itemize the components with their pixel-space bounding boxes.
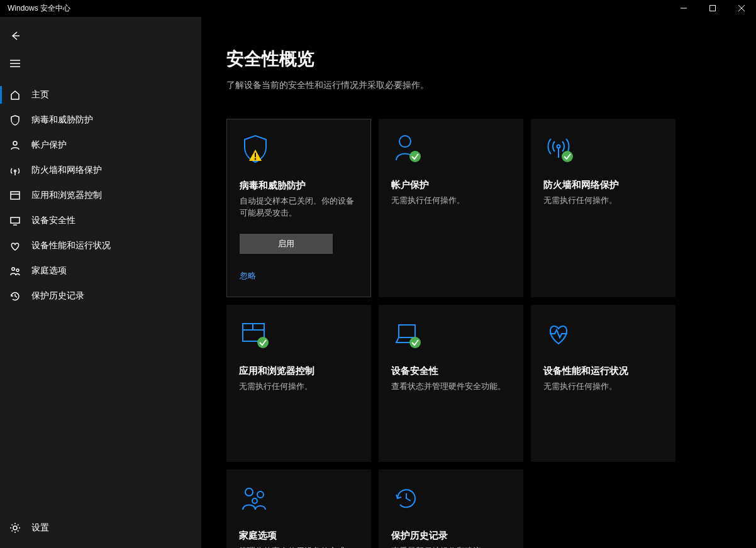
sidebar-item-appctrl[interactable]: 应用和浏览器控制 xyxy=(0,183,201,208)
shield-icon xyxy=(9,114,21,126)
minimize-icon xyxy=(681,5,687,11)
sidebar-item-label: 应用和浏览器控制 xyxy=(31,190,102,201)
card-title: 设备安全性 xyxy=(391,365,511,377)
svg-point-17 xyxy=(13,526,17,530)
card-title: 病毒和威胁防护 xyxy=(240,180,358,192)
sidebar-item-label: 家庭选项 xyxy=(31,265,67,277)
close-icon xyxy=(738,5,745,11)
sidebar-item-account[interactable]: 帐户保护 xyxy=(0,133,201,158)
svg-point-30 xyxy=(409,337,421,348)
sidebar-item-virus[interactable]: 病毒和威胁防护 xyxy=(0,107,201,133)
minimize-button[interactable] xyxy=(669,0,698,17)
card-appctrl[interactable]: 应用和浏览器控制 无需执行任何操作。 xyxy=(226,305,371,462)
maximize-icon xyxy=(709,5,716,11)
page-subtitle: 了解设备当前的安全性和运行情况并采取必要操作。 xyxy=(226,80,731,91)
card-desc: 无需执行任何操作。 xyxy=(391,195,511,207)
sidebar-item-home[interactable]: 主页 xyxy=(0,82,201,107)
menu-button[interactable] xyxy=(0,50,30,77)
home-icon xyxy=(9,89,21,101)
sidebar-item-label: 设置 xyxy=(31,522,49,534)
card-title: 应用和浏览器控制 xyxy=(239,365,359,377)
svg-rect-11 xyxy=(11,192,19,199)
card-family[interactable]: 家庭选项 管理你的家人使用设备的方式。 xyxy=(226,469,371,548)
card-desc: 无需执行任何操作。 xyxy=(543,381,663,393)
svg-point-25 xyxy=(562,151,573,162)
family-icon xyxy=(9,265,21,277)
history-icon xyxy=(391,483,511,520)
heart-pulse-icon xyxy=(543,319,663,355)
sidebar-item-label: 设备安全性 xyxy=(31,215,75,226)
browser-ok-icon xyxy=(239,319,359,355)
svg-point-32 xyxy=(257,491,264,498)
card-firewall[interactable]: 防火墙和网络保护 无需执行任何操作。 xyxy=(531,119,675,298)
sidebar-item-label: 帐户保护 xyxy=(31,140,67,151)
card-virus[interactable]: 病毒和威胁防护 自动提交样本已关闭。你的设备可能易受攻击。 启用 忽略 xyxy=(226,119,371,298)
svg-point-33 xyxy=(252,498,257,503)
person-icon xyxy=(9,139,21,151)
back-button[interactable] xyxy=(0,22,30,50)
sidebar-item-label: 主页 xyxy=(31,89,49,101)
sidebar-item-label: 保护历史记录 xyxy=(31,290,84,302)
svg-point-20 xyxy=(255,158,257,160)
signal-ok-icon xyxy=(543,133,663,169)
sidebar-item-settings[interactable]: 设置 xyxy=(0,515,201,540)
svg-point-22 xyxy=(409,151,421,162)
page-title: 安全性概览 xyxy=(226,47,731,71)
person-ok-icon xyxy=(391,133,511,169)
sidebar-item-health[interactable]: 设备性能和运行状况 xyxy=(0,233,201,258)
main-content: 安全性概览 了解设备当前的安全性和运行情况并采取必要操作。 病毒和威胁防护 自 xyxy=(201,17,756,548)
card-title: 家庭选项 xyxy=(239,530,359,542)
maximize-button[interactable] xyxy=(698,0,727,17)
card-health[interactable]: 设备性能和运行状况 无需执行任何操作。 xyxy=(531,305,675,462)
heart-icon xyxy=(9,239,21,252)
svg-point-8 xyxy=(13,141,17,145)
close-button[interactable] xyxy=(727,0,756,17)
card-desc: 无需执行任何操作。 xyxy=(543,195,663,207)
sidebar-item-family[interactable]: 家庭选项 xyxy=(0,258,201,283)
cards-grid: 病毒和威胁防护 自动提交样本已关闭。你的设备可能易受攻击。 启用 忽略 xyxy=(226,119,731,548)
svg-rect-1 xyxy=(710,6,716,11)
card-title: 设备性能和运行状况 xyxy=(543,365,663,377)
window-title: Windows 安全中心 xyxy=(8,3,70,14)
svg-rect-13 xyxy=(11,217,19,223)
family-icon xyxy=(239,483,359,520)
card-desc: 无需执行任何操作。 xyxy=(239,381,359,393)
svg-point-31 xyxy=(245,488,253,496)
browser-icon xyxy=(9,189,21,202)
card-title: 保护历史记录 xyxy=(391,530,511,542)
sidebar-item-firewall[interactable]: 防火墙和网络保护 xyxy=(0,158,201,183)
sidebar-item-label: 病毒和威胁防护 xyxy=(31,114,93,126)
arrow-left-icon xyxy=(9,30,21,41)
sidebar-item-history[interactable]: 保护历史记录 xyxy=(0,283,201,309)
svg-point-29 xyxy=(257,337,269,348)
monitor-icon xyxy=(9,214,21,227)
sidebar-item-device[interactable]: 设备安全性 xyxy=(0,208,201,233)
card-desc: 自动提交样本已关闭。你的设备可能易受攻击。 xyxy=(240,195,358,219)
sidebar-item-label: 设备性能和运行状况 xyxy=(31,240,111,251)
gear-icon xyxy=(9,522,21,534)
svg-point-23 xyxy=(557,145,560,148)
hamburger-icon xyxy=(9,59,21,68)
shield-warning-icon xyxy=(240,133,358,170)
card-device[interactable]: 设备安全性 查看状态并管理硬件安全功能。 xyxy=(379,305,523,462)
card-history[interactable]: 保护历史记录 查看最新保护操作和建议。 xyxy=(379,469,523,548)
history-icon xyxy=(9,290,21,302)
svg-point-15 xyxy=(12,267,15,270)
svg-point-21 xyxy=(399,136,411,147)
sidebar-item-label: 防火墙和网络保护 xyxy=(31,165,102,176)
laptop-ok-icon xyxy=(391,319,511,355)
card-desc: 管理你的家人使用设备的方式。 xyxy=(239,545,359,548)
card-desc: 查看最新保护操作和建议。 xyxy=(391,545,511,548)
card-title: 防火墙和网络保护 xyxy=(543,179,663,191)
signal-icon xyxy=(9,164,21,177)
card-account[interactable]: 帐户保护 无需执行任何操作。 xyxy=(379,119,523,298)
dismiss-link[interactable]: 忽略 xyxy=(240,270,358,282)
sidebar: 主页 病毒和威胁防护 帐户保护 xyxy=(0,17,201,548)
card-title: 帐户保护 xyxy=(391,179,511,191)
svg-point-16 xyxy=(16,269,19,271)
enable-button[interactable]: 启用 xyxy=(240,234,333,254)
card-desc: 查看状态并管理硬件安全功能。 xyxy=(391,381,511,393)
titlebar: Windows 安全中心 xyxy=(0,0,756,17)
